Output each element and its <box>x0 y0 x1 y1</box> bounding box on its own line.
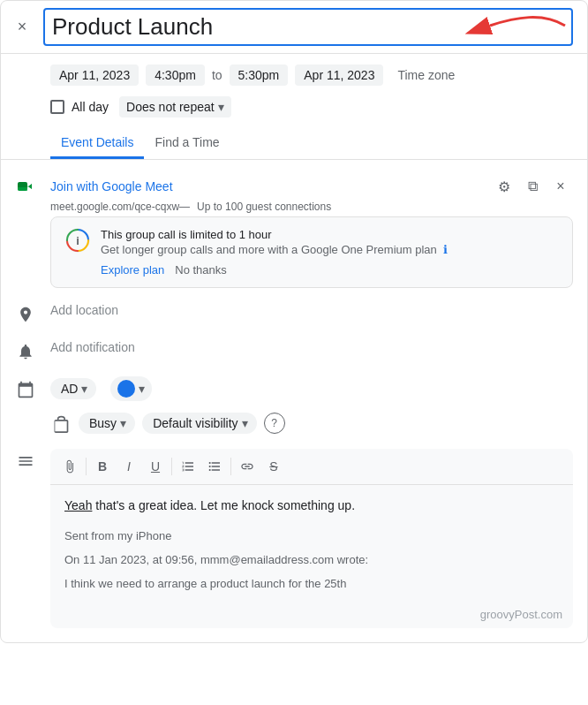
bag-icon <box>50 413 72 435</box>
description-line-3: Sent from my iPhone <box>64 527 559 546</box>
meet-settings-button[interactable]: ⚙ <box>492 174 516 199</box>
allday-checkbox[interactable]: All day <box>50 100 109 114</box>
bold-button[interactable]: B <box>90 454 115 479</box>
spacer-1 <box>64 515 559 527</box>
location-row: Add location <box>1 295 587 332</box>
help-button[interactable]: ? <box>264 413 285 434</box>
busy-label: Busy <box>89 416 117 430</box>
end-date-chip[interactable]: Apr 11, 2023 <box>295 64 383 86</box>
close-button[interactable]: × <box>8 13 36 42</box>
content-area: Join with Google Meet ⚙ ⧉ × me <box>1 160 587 642</box>
italic-button[interactable]: I <box>117 454 141 479</box>
description-line-5: On 11 Jan 2023, at 09:56, mmm@emailaddre… <box>64 551 559 570</box>
svg-text:i: i <box>76 234 79 247</box>
notification-input[interactable]: Add notification <box>50 339 573 355</box>
header: × <box>1 1 587 54</box>
description-line-7: I think we need to arrange a product lau… <box>64 575 559 594</box>
meet-sub: meet.google.com/qce-cqxw Up to 100 guest… <box>50 201 573 213</box>
meet-close-button[interactable]: × <box>548 174 573 199</box>
description-rest-line1: that's a great idea. Let me knock someth… <box>92 498 355 512</box>
banner-subtitle: Get longer group calls and more with a G… <box>101 243 558 256</box>
repeat-select[interactable]: Does not repeat ▾ <box>119 96 231 118</box>
toolbar-divider-2 <box>171 458 172 475</box>
event-color-circle <box>117 380 135 398</box>
link-button[interactable] <box>235 454 260 479</box>
banner-actions: Explore plan No thanks <box>101 263 558 277</box>
copy-icon: ⧉ <box>528 178 538 194</box>
banner-info-icon: i <box>65 228 90 253</box>
calendar-name-label: AD <box>61 382 78 396</box>
watermark: groovyPost.com <box>50 604 573 628</box>
call-limit-banner: i This group call is limited to 1 hour G… <box>50 216 573 288</box>
allday-checkbox-box <box>50 100 64 114</box>
description-icon <box>15 451 36 472</box>
tab-find-a-time[interactable]: Find a Time <box>144 128 230 159</box>
editor-toolbar: B I U <box>50 449 573 485</box>
description-row: B I U <box>1 442 587 635</box>
tab-event-details[interactable]: Event Details <box>50 128 144 159</box>
timezone-button[interactable]: Time zone <box>390 64 462 86</box>
toolbar-divider-1 <box>86 458 87 475</box>
calendar-name-chevron-icon: ▾ <box>81 382 87 396</box>
visibility-chevron-icon: ▾ <box>242 416 248 430</box>
underline-word: Yeah <box>64 498 92 512</box>
allday-label: All day <box>72 100 109 114</box>
strikethrough-button[interactable]: S <box>261 454 286 479</box>
google-meet-icon <box>15 176 36 197</box>
meet-content: Join with Google Meet ⚙ ⧉ × me <box>50 174 573 288</box>
repeat-label: Does not repeat <box>126 100 215 114</box>
meet-header: Join with Google Meet ⚙ ⧉ × <box>50 174 573 199</box>
add-location-placeholder[interactable]: Add location <box>50 299 118 321</box>
allday-row: All day Does not repeat ▾ <box>1 93 587 128</box>
toolbar-divider-3 <box>230 458 231 475</box>
meet-guests-label: Up to 100 guest connections <box>197 201 331 213</box>
meet-join-link[interactable]: Join with Google Meet <box>50 179 173 193</box>
busy-chevron-icon: ▾ <box>120 416 126 430</box>
meet-close-icon: × <box>556 178 564 194</box>
visibility-label: Default visibility <box>153 416 237 430</box>
description-body[interactable]: Yeah that's a great idea. Let me knock s… <box>50 485 573 604</box>
to-label: to <box>212 68 222 82</box>
underline-button[interactable]: U <box>143 454 168 479</box>
end-time-chip[interactable]: 5:30pm <box>230 64 289 86</box>
notification-row: Add notification <box>1 332 587 369</box>
location-input[interactable]: Add location <box>50 302 573 318</box>
unordered-list-button[interactable] <box>202 454 227 479</box>
calendar-name-dropdown[interactable]: AD ▾ <box>50 378 96 399</box>
start-date-chip[interactable]: Apr 11, 2023 <box>50 64 139 86</box>
no-thanks-button[interactable]: No thanks <box>175 263 227 277</box>
add-notification-placeholder[interactable]: Add notification <box>50 337 135 358</box>
calendar-row: AD ▾ ▾ <box>1 369 587 408</box>
status-row: Busy ▾ Default visibility ▾ ? <box>1 408 587 442</box>
color-picker-button[interactable]: ▾ <box>110 376 152 401</box>
busy-status-dropdown[interactable]: Busy ▾ <box>79 413 135 434</box>
ordered-list-button[interactable] <box>176 454 200 479</box>
datetime-row: Apr 11, 2023 4:30pm to 5:30pm Apr 11, 20… <box>1 54 587 93</box>
description-editor[interactable]: B I U <box>50 449 573 628</box>
location-icon <box>15 304 36 325</box>
explore-plan-button[interactable]: Explore plan <box>101 263 164 277</box>
meet-copy-button[interactable]: ⧉ <box>520 174 545 199</box>
banner-content: This group call is limited to 1 hour Get… <box>101 228 558 277</box>
banner-title: This group call is limited to 1 hour <box>101 228 558 241</box>
repeat-chevron-icon: ▾ <box>218 100 224 114</box>
color-chevron-icon: ▾ <box>139 382 145 396</box>
tabs-bar: Event Details Find a Time <box>1 128 587 160</box>
visibility-dropdown[interactable]: Default visibility ▾ <box>142 413 256 434</box>
attachment-button[interactable] <box>57 454 82 479</box>
start-time-chip[interactable]: 4:30pm <box>146 64 205 86</box>
meet-actions: ⚙ ⧉ × <box>492 174 573 199</box>
description-line-1: Yeah that's a great idea. Let me knock s… <box>64 496 559 515</box>
event-title-input[interactable] <box>43 8 573 46</box>
meet-url: meet.google.com/qce-cqxw <box>50 201 190 213</box>
notification-icon <box>15 341 36 362</box>
calendar-icon <box>15 379 36 400</box>
settings-icon: ⚙ <box>498 178 510 195</box>
meet-section: Join with Google Meet ⚙ ⧉ × me <box>1 167 587 295</box>
